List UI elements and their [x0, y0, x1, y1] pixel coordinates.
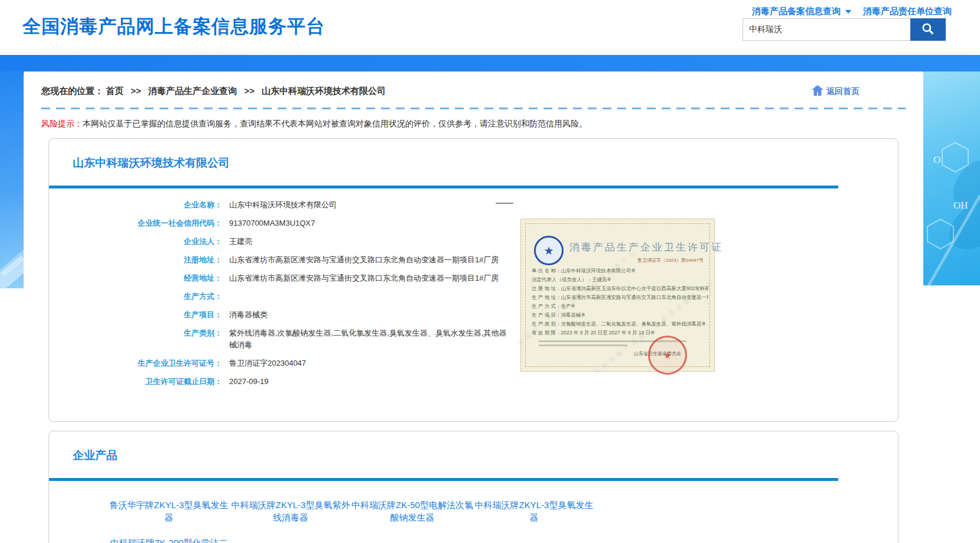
company-products-card: 企业产品 鲁沃华宇牌ZKYL-3型臭氧发生器 中科瑞沃牌ZKYL-3型臭氧紫外线… [48, 431, 898, 543]
hygiene-license-certificate-image: ★ 消毒产品生产企业卫生许可证 鲁卫消证字（2023）第04047号 单 位 名… [520, 219, 715, 372]
product-link[interactable]: 中科瑞沃牌ZK-200型化学法二氧化氯发生器 [108, 537, 230, 543]
header-blue-band [0, 55, 980, 71]
certificate-top-dash [496, 203, 513, 204]
certificate-emblem-icon: ★ [534, 236, 564, 265]
breadcrumb-separator: >> [131, 86, 141, 96]
nav-link-responsible-unit-query[interactable]: 消毒产品责任单位查询 [863, 6, 952, 17]
field-row-credit-code: 企业统一社会信用代码： 91370700MA3M3U1QX7 [49, 217, 898, 229]
main-panel: 您现在的位置： 首页 >> 消毒产品生产企业查询 >> 山东中科瑞沃环境技术有限… [24, 71, 923, 543]
product-link[interactable]: 中科瑞沃牌ZKYL-3型臭氧紫外线消毒器 [230, 499, 351, 524]
nav-link-record-info-query[interactable]: 消毒产品备案信息查询 [752, 6, 841, 17]
breadcrumb-current: 山东中科瑞沃环境技术有限公司 [262, 86, 386, 96]
breadcrumb-prefix: 您现在的位置： [41, 86, 103, 96]
product-link[interactable]: 中科瑞沃牌ZKYL-3型臭氧发生器 [473, 499, 595, 524]
blue-rule [49, 478, 838, 481]
back-home-label: 返回首页 [826, 86, 859, 97]
site-header: 全国消毒产品网上备案信息服务平台 消毒产品备案信息查询 消毒产品责任单位查询 [0, 0, 980, 55]
products-heading: 企业产品 [49, 431, 898, 463]
field-row-production-project: 生产项目： 消毒器械类 [49, 309, 898, 321]
site-title: 全国消毒产品网上备案信息服务平台 [22, 14, 325, 39]
field-row-production-mode: 生产方式： [49, 291, 898, 303]
right-background-art: O OH [923, 71, 980, 285]
certificate-body: 单 位 名 称：山东中科瑞沃环境技术有限公司※ 法定代表人（或负责人）：王建亮※… [532, 266, 708, 337]
search-icon [920, 21, 936, 38]
dashed-divider [41, 108, 906, 109]
search-button[interactable] [910, 18, 946, 41]
molecule-leaf-art: O OH [923, 71, 980, 285]
back-home-link[interactable]: 返回首页 [811, 84, 859, 98]
breadcrumb-home[interactable]: 首页 [106, 86, 123, 96]
company-fields: 企业名称： 山东中科瑞沃环境技术有限公司 企业统一社会信用代码： 9137070… [49, 199, 898, 421]
field-row-legal-person: 企业法人： 王建亮 [49, 236, 898, 248]
certificate-title: 消毒产品生产企业卫生许可证 [569, 240, 723, 254]
breadcrumb-enterprise-query[interactable]: 消毒产品生产企业查询 [148, 86, 237, 96]
field-row-license-number: 生产企业卫生许可证号： 鲁卫消证字202304047 [49, 357, 898, 369]
field-row-company-name: 企业名称： 山东中科瑞沃环境技术有限公司 [49, 199, 898, 211]
home-icon [811, 84, 826, 98]
search-box [743, 18, 946, 41]
field-row-license-expiry: 卫生许可证截止日期： 2027-09-19 [49, 376, 898, 388]
svg-text:O: O [933, 154, 940, 165]
red-seal-icon: ★ [648, 336, 687, 375]
product-link[interactable]: 中科瑞沃牌ZK-50型电解法次氯酸钠发生器 [351, 499, 473, 524]
risk-label: 风险提示： [41, 119, 83, 128]
breadcrumb-separator: >> [244, 86, 255, 96]
blue-rule [49, 186, 838, 188]
risk-text: 本网站仅基于已掌握的信息提供查询服务，查询结果不代表本网站对被查询对象信用状况的… [83, 119, 587, 128]
field-row-registered-address: 注册地址： 山东省潍坊市高新区潍安路与宝通街交叉路口东北角自动变速器一期项目1#… [49, 254, 898, 266]
svg-text:OH: OH [953, 200, 968, 211]
breadcrumb: 您现在的位置： 首页 >> 消毒产品生产企业查询 >> 山东中科瑞沃环境技术有限… [41, 86, 386, 97]
product-list: 鲁沃华宇牌ZKYL-3型臭氧发生器 中科瑞沃牌ZKYL-3型臭氧紫外线消毒器 中… [108, 499, 616, 543]
left-background-art [0, 71, 24, 288]
chevron-down-icon[interactable] [845, 10, 851, 14]
breadcrumb-row: 您现在的位置： 首页 >> 消毒产品生产企业查询 >> 山东中科瑞沃环境技术有限… [24, 71, 923, 98]
company-name-heading: 山东中科瑞沃环境技术有限公司 [49, 139, 898, 171]
field-row-production-category: 生产类别： 紫外线消毒器,次氯酸钠发生器,二氧化氯发生器,臭氧发生器、臭氧水发生… [49, 327, 898, 351]
risk-notice: 风险提示：本网站仅基于已掌握的信息提供查询服务，查询结果不代表本网站对被查询对象… [41, 118, 906, 129]
certificate-number: 鲁卫消证字（2023）第04047号 [637, 257, 704, 264]
product-link[interactable]: 鲁沃华宇牌ZKYL-3型臭氧发生器 [108, 499, 230, 524]
company-info-card: 山东中科瑞沃环境技术有限公司 企业名称： 山东中科瑞沃环境技术有限公司 企业统一… [48, 138, 898, 422]
field-row-business-address: 经营地址： 山东省潍坊市高新区潍安路与宝通街交叉路口东北角自动变速器一期项目1#… [49, 272, 898, 284]
top-nav: 消毒产品备案信息查询 消毒产品责任单位查询 [752, 6, 952, 17]
search-input[interactable] [743, 18, 910, 41]
